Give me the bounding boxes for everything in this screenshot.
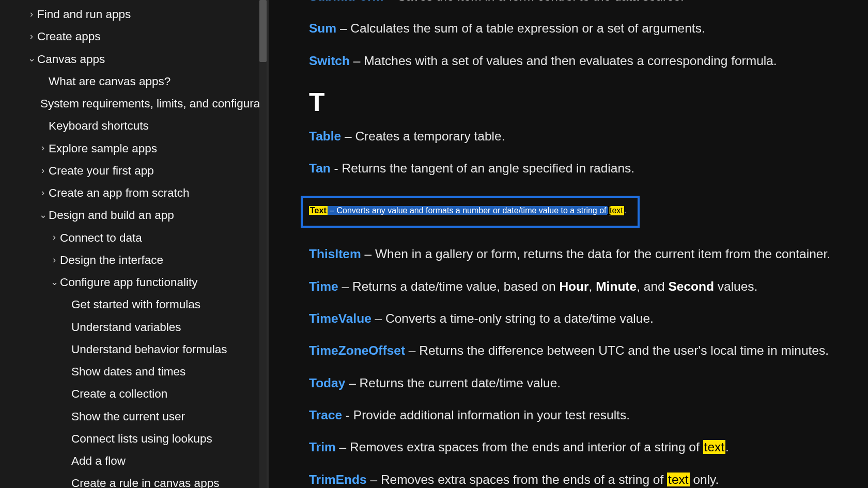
link-time[interactable]: Time [309, 279, 338, 293]
desc-timevalue: – Converts a time-only string to a date/… [371, 311, 654, 325]
func-trace: Trace - Provide additional information i… [309, 406, 837, 424]
nav-item-get-started-with-formulas[interactable]: ›Get started with formulas [0, 293, 267, 316]
nav-item-find-and-run-apps[interactable]: ›Find and run apps [0, 3, 267, 25]
desc-sum: – Calculates the sum of a table expressi… [336, 21, 705, 35]
nav-item-label: Create apps [37, 29, 101, 44]
nav-item-label: Design and build an app [49, 208, 174, 223]
func-switch: Switch – Matches with a set of values an… [309, 52, 837, 70]
nav-item-show-the-current-user[interactable]: ›Show the current user [0, 405, 267, 428]
nav-item-label: Find and run apps [37, 7, 131, 22]
link-sum[interactable]: Sum [309, 21, 336, 35]
link-table[interactable]: Table [309, 129, 341, 143]
chevron-right-icon: › [26, 30, 37, 42]
link-trim[interactable]: Trim [309, 440, 336, 454]
nav-item-create-a-rule-in-canvas-apps[interactable]: ›Create a rule in canvas apps [0, 472, 267, 488]
chevron-right-icon: › [26, 8, 37, 20]
nav-item-design-the-interface[interactable]: ›Design the interface [0, 249, 267, 271]
func-trim: Trim – Removes extra spaces from the end… [309, 438, 837, 456]
func-thisitem: ThisItem – When in a gallery or form, re… [309, 245, 837, 263]
nav-item-label: Create a rule in canvas apps [71, 476, 219, 488]
nav-item-understand-behavior-formulas[interactable]: ›Understand behavior formulas [0, 338, 267, 360]
func-table: Table – Creates a temporary table. [309, 128, 837, 145]
nav-item-explore-sample-apps[interactable]: ›Explore sample apps [0, 137, 267, 160]
chevron-right-icon: › [37, 187, 49, 199]
chevron-right-icon: › [37, 142, 49, 154]
nav-item-label: Create your first app [49, 163, 154, 178]
link-today[interactable]: Today [309, 376, 345, 390]
nav-item-label: Canvas apps [37, 52, 105, 67]
highlight-text: text [609, 206, 624, 215]
nav-item-what-are-canvas-apps[interactable]: ›What are canvas apps? [0, 70, 267, 92]
nav-item-label: Connect lists using lookups [71, 431, 212, 446]
func-tan: Tan - Returns the tangent of an angle sp… [309, 160, 837, 177]
nav-item-label: Keyboard shortcuts [49, 118, 149, 133]
nav-item-label: Create an app from scratch [49, 185, 190, 200]
nav-item-show-dates-and-times[interactable]: ›Show dates and times [0, 360, 267, 383]
nav-item-label: Show the current user [71, 409, 185, 424]
chevron-right-icon: › [49, 231, 60, 243]
desc-today: – Returns the current date/time value. [345, 376, 561, 390]
nav-item-keyboard-shortcuts[interactable]: ›Keyboard shortcuts [0, 115, 267, 137]
chevron-down-icon: ⌄ [26, 53, 37, 65]
doc-content: SubmitForm – Saves the item in a form co… [269, 0, 868, 488]
desc-switch: – Matches with a set of values and then … [350, 54, 777, 68]
desc-thisitem: – When in a gallery or form, returns the… [361, 247, 830, 261]
nav-item-system-requirements-limits-and-configuration[interactable]: ›System requirements, limits, and config… [0, 92, 267, 115]
func-sum: Sum – Calculates the sum of a table expr… [309, 20, 837, 37]
func-time: Time – Returns a date/time value, based … [309, 278, 837, 295]
link-submitform[interactable]: SubmitForm [309, 0, 383, 3]
nav-item-understand-variables[interactable]: ›Understand variables [0, 316, 267, 338]
nav-item-create-your-first-app[interactable]: ›Create your first app [0, 160, 267, 182]
link-trace[interactable]: Trace [309, 408, 342, 422]
sidebar-nav: ›Find and run apps›Create apps⌄Canvas ap… [0, 0, 269, 488]
link-timezoneoffset[interactable]: TimeZoneOffset [309, 343, 405, 357]
desc-trim: – Removes extra spaces from the ends and… [336, 440, 729, 454]
nav-item-label: What are canvas apps? [49, 74, 171, 89]
highlight-text: text [703, 440, 726, 454]
nav-item-label: Understand behavior formulas [71, 342, 227, 357]
sidebar-scroll-thumb[interactable] [259, 0, 267, 62]
chevron-down-icon: ⌄ [37, 209, 49, 221]
chevron-right-icon: › [37, 165, 49, 177]
nav-item-label: System requirements, limits, and configu… [40, 96, 269, 111]
nav-item-connect-to-data[interactable]: ›Connect to data [0, 227, 267, 249]
desc-timezoneoffset: – Returns the difference between UTC and… [405, 343, 829, 357]
nav-item-label: Connect to data [60, 230, 142, 245]
nav-item-configure-app-functionality[interactable]: ⌄Configure app functionality [0, 271, 267, 293]
link-thisitem[interactable]: ThisItem [309, 247, 361, 261]
nav-item-label: Explore sample apps [49, 141, 157, 156]
nav-item-create-apps[interactable]: ›Create apps [0, 25, 267, 48]
link-switch[interactable]: Switch [309, 54, 350, 68]
desc-submitform: – Saves the item in a form control to th… [383, 0, 684, 3]
link-tan[interactable]: Tan [309, 161, 331, 175]
sidebar-scroll-track[interactable] [259, 0, 267, 488]
nav-item-label: Configure app functionality [60, 275, 197, 290]
desc-trimends: – Removes extra spaces from the ends of … [367, 473, 719, 486]
section-heading-t: T [309, 87, 837, 117]
desc-time: – Returns a date/time value, based on Ho… [338, 279, 758, 293]
nav-item-label: Add a flow [71, 453, 126, 468]
chevron-right-icon: › [49, 254, 60, 266]
nav-item-create-a-collection[interactable]: ›Create a collection [0, 383, 267, 405]
desc-tan: - Returns the tangent of an angle specif… [331, 161, 634, 175]
chevron-down-icon: ⌄ [49, 276, 60, 288]
nav-item-label: Create a collection [71, 386, 167, 401]
desc-trace: - Provide additional information in your… [342, 408, 630, 422]
highlight-text: text [667, 473, 690, 486]
desc-text-tail: . [624, 206, 626, 215]
link-text[interactable]: Text [309, 206, 328, 215]
link-timevalue[interactable]: TimeValue [309, 311, 371, 325]
desc-table: – Creates a temporary table. [341, 129, 505, 143]
nav-item-canvas-apps[interactable]: ⌄Canvas apps [0, 48, 267, 70]
nav-item-connect-lists-using-lookups[interactable]: ›Connect lists using lookups [0, 428, 267, 450]
nav-item-create-an-app-from-scratch[interactable]: ›Create an app from scratch [0, 182, 267, 204]
nav-item-design-and-build-an-app[interactable]: ⌄Design and build an app [0, 204, 267, 226]
func-submitform: SubmitForm – Saves the item in a form co… [309, 0, 837, 5]
selection-text: – Converts any value and formats a numbe… [328, 206, 624, 215]
link-trimends[interactable]: TrimEnds [309, 473, 367, 486]
func-today: Today – Returns the current date/time va… [309, 374, 837, 392]
func-timevalue: TimeValue – Converts a time-only string … [309, 310, 837, 327]
nav-item-add-a-flow[interactable]: ›Add a flow [0, 450, 267, 472]
nav-item-label: Understand variables [71, 320, 181, 335]
nav-item-label: Get started with formulas [71, 297, 200, 312]
